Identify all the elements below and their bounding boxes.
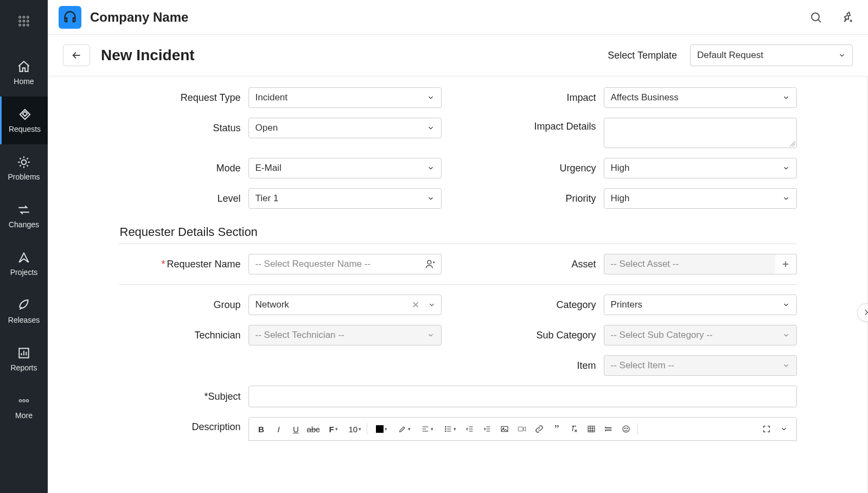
italic-button[interactable]: I: [271, 421, 287, 437]
svg-point-4: [23, 20, 25, 22]
technician-select[interactable]: -- Select Technician --: [248, 325, 442, 345]
impact-select[interactable]: Affects Business: [604, 87, 797, 108]
sidebar-item-label: More: [15, 411, 33, 420]
item-label: Item: [474, 360, 596, 372]
underline-button[interactable]: U: [288, 421, 304, 437]
priority-select[interactable]: High: [604, 188, 797, 209]
svg-point-17: [445, 426, 445, 427]
level-select[interactable]: Tier 1: [248, 188, 442, 209]
requester-name-label: *Requester Name: [119, 259, 241, 270]
group-select[interactable]: Network ✕: [248, 294, 442, 315]
sidebar-item-requests[interactable]: Requests: [0, 97, 48, 144]
requester-name-select[interactable]: -- Select Requester Name --: [248, 254, 420, 274]
svg-point-12: [19, 400, 21, 402]
svg-point-2: [27, 16, 29, 18]
request-type-label: Request Type: [119, 92, 241, 104]
mode-select[interactable]: E-Mail: [248, 158, 442, 178]
sidebar-item-label: Changes: [9, 220, 39, 229]
sidebar-item-home[interactable]: Home: [0, 49, 48, 97]
company-name: Company Name: [90, 10, 188, 25]
search-icon[interactable]: [805, 7, 827, 28]
hr-button[interactable]: [601, 421, 617, 437]
svg-point-25: [625, 428, 626, 428]
emoji-button[interactable]: [618, 421, 634, 437]
apps-grid-icon[interactable]: [14, 11, 34, 34]
video-button[interactable]: [514, 421, 530, 437]
font-family-button[interactable]: F▾: [323, 421, 344, 437]
priority-label: Priority: [474, 193, 596, 204]
chevron-down-icon: [423, 301, 441, 309]
page-title: New Incident: [101, 47, 195, 64]
image-button[interactable]: [496, 421, 513, 437]
indent-button[interactable]: [479, 421, 495, 437]
urgency-select[interactable]: High: [604, 158, 797, 178]
sidebar-item-label: Reports: [10, 363, 37, 372]
chevron-down-icon: [838, 52, 846, 59]
link-button[interactable]: [531, 421, 547, 437]
chevron-down-icon: [782, 301, 790, 309]
fullscreen-button[interactable]: [758, 421, 775, 437]
asset-select[interactable]: -- Select Asset --: [604, 254, 775, 274]
rich-text-toolbar: B I U abc F▾ 10▾ ▾ ▾: [248, 417, 797, 441]
chevron-down-icon: [782, 331, 790, 339]
collapse-toolbar-button[interactable]: [776, 421, 792, 437]
template-select[interactable]: Default Request: [690, 44, 853, 66]
svg-rect-23: [588, 426, 595, 432]
highlight-color-button[interactable]: ▾: [393, 421, 415, 437]
svg-rect-22: [518, 427, 523, 431]
chevron-down-icon: [782, 94, 790, 101]
item-select[interactable]: -- Select Item --: [604, 355, 797, 376]
text-color-button[interactable]: ▾: [371, 421, 392, 437]
divider: [119, 284, 797, 285]
table-button[interactable]: [583, 421, 599, 437]
clear-format-button[interactable]: [566, 421, 582, 437]
chevron-down-icon: [782, 195, 790, 202]
sidebar-item-releases[interactable]: Releases: [0, 287, 48, 335]
impact-details-textarea[interactable]: [604, 118, 797, 148]
svg-point-7: [23, 24, 25, 27]
sidebar-item-reports[interactable]: Reports: [0, 335, 48, 383]
status-label: Status: [119, 123, 241, 134]
font-size-select[interactable]: 10▾: [346, 421, 364, 437]
strikethrough-button[interactable]: abc: [305, 421, 322, 437]
sub-category-select[interactable]: -- Select Sub Category --: [604, 325, 797, 345]
subject-label: *Subject: [119, 391, 241, 402]
pin-add-icon[interactable]: [835, 7, 857, 28]
svg-point-3: [19, 20, 21, 22]
sidebar-item-more[interactable]: More: [0, 383, 48, 431]
svg-point-26: [627, 428, 628, 428]
add-requester-button[interactable]: [420, 254, 442, 274]
request-type-select[interactable]: Incident: [248, 87, 442, 108]
category-label: Category: [474, 299, 596, 311]
align-button[interactable]: ▾: [416, 421, 438, 437]
asset-label: Asset: [474, 259, 596, 270]
back-button[interactable]: [63, 44, 90, 66]
sidebar-item-projects[interactable]: Projects: [0, 240, 48, 287]
chevron-down-icon: [782, 362, 790, 369]
description-label: Description: [119, 417, 241, 433]
add-asset-button[interactable]: [775, 254, 797, 274]
bold-button[interactable]: B: [253, 421, 270, 437]
sidebar-item-changes[interactable]: Changes: [0, 192, 48, 240]
svg-point-19: [445, 431, 445, 431]
technician-label: Technician: [119, 330, 241, 341]
outdent-button[interactable]: [462, 421, 478, 437]
category-select[interactable]: Printers: [604, 294, 797, 315]
svg-point-16: [427, 260, 431, 264]
chevron-down-icon: [427, 164, 435, 172]
subject-input[interactable]: [248, 386, 797, 407]
requester-section-title: Requester Details Section: [120, 225, 797, 239]
quote-button[interactable]: ”: [548, 421, 565, 437]
topbar: Company Name: [48, 0, 868, 35]
chevron-down-icon: [782, 164, 790, 172]
chevron-down-icon: [427, 94, 435, 101]
status-select[interactable]: Open: [248, 118, 442, 138]
list-button[interactable]: ▾: [439, 421, 461, 437]
sidebar-item-label: Projects: [10, 268, 38, 277]
sub-category-label: Sub Category: [474, 330, 596, 341]
page-header: New Incident Select Template Default Req…: [48, 35, 868, 76]
sidebar-item-label: Releases: [8, 316, 40, 324]
sidebar-item-problems[interactable]: Problems: [0, 144, 48, 192]
clear-group-button[interactable]: ✕: [409, 299, 423, 311]
svg-point-15: [812, 13, 819, 21]
